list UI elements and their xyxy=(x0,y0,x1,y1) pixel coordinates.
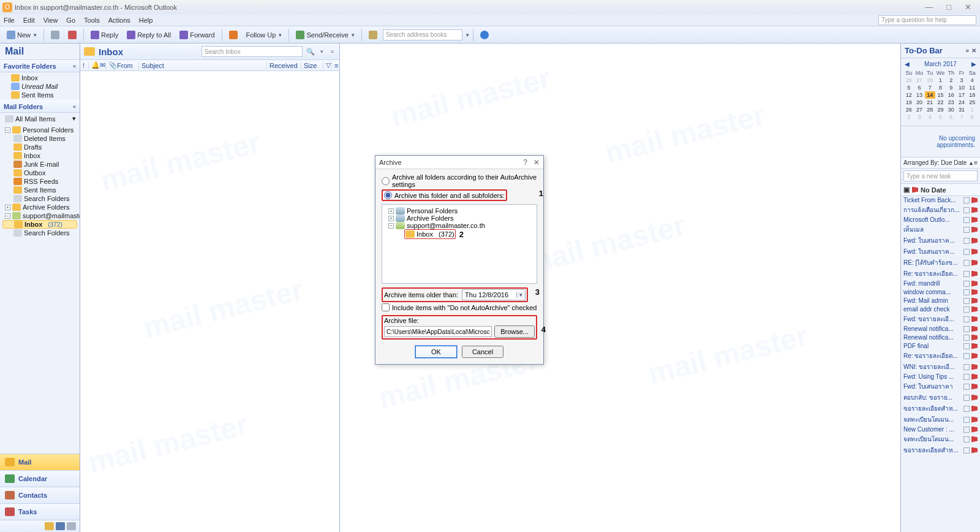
cal-prev[interactable]: ◀ xyxy=(905,61,910,67)
dialog-folder-tree[interactable]: +Personal Folders +Archive Folders −supp… xyxy=(382,204,537,284)
task-item[interactable]: Renewal notifica... xyxy=(901,325,980,333)
list-options-dropdown[interactable]: ≡ xyxy=(329,48,336,55)
col-options[interactable]: ≡ xyxy=(332,62,339,69)
col-reminder[interactable]: 🔔 xyxy=(89,61,97,69)
replyall-button[interactable]: Reply to All xyxy=(124,29,174,40)
task-checkbox[interactable] xyxy=(963,436,970,443)
new-task-input[interactable]: Type a new task xyxy=(903,170,978,181)
tree-personal-folders[interactable]: −Personal Folders xyxy=(2,126,77,134)
task-checkbox[interactable] xyxy=(963,227,970,233)
date-dropdown-icon[interactable]: ▾ xyxy=(516,292,525,298)
find-contact-button[interactable] xyxy=(366,29,380,40)
task-checkbox[interactable] xyxy=(963,384,970,390)
radio-archive-this[interactable]: Archive this folder and all subfolders: xyxy=(382,189,537,202)
task-item[interactable]: Fwd: ใบเสนอราคา xyxy=(901,381,980,392)
nav-tasks[interactable]: Tasks xyxy=(0,504,80,520)
flag-icon[interactable] xyxy=(971,374,978,380)
browse-button[interactable]: Browse... xyxy=(494,325,535,338)
tree-account-search[interactable]: Search Folders xyxy=(2,229,77,237)
flag-icon[interactable] xyxy=(971,417,978,423)
delete-button[interactable] xyxy=(65,29,80,40)
task-checkbox[interactable] xyxy=(963,343,970,349)
task-item[interactable]: Fwd: Using Tips ... xyxy=(901,373,980,381)
col-subject[interactable]: Subject xyxy=(139,62,267,69)
flag-icon[interactable] xyxy=(971,364,978,370)
flag-icon[interactable] xyxy=(971,353,978,359)
task-checkbox[interactable] xyxy=(963,197,970,203)
task-item[interactable]: window comma... xyxy=(901,288,980,297)
task-checkbox[interactable] xyxy=(963,281,970,287)
favorite-folders-header[interactable]: Favorite Folders« xyxy=(0,60,80,72)
task-checkbox[interactable] xyxy=(963,306,970,313)
flag-icon[interactable] xyxy=(971,306,978,313)
ok-button[interactable]: OK xyxy=(415,346,457,358)
flag-icon[interactable] xyxy=(971,436,978,443)
menu-edit[interactable]: Edit xyxy=(23,17,35,24)
categorize-button[interactable] xyxy=(226,29,241,40)
col-importance[interactable]: ! xyxy=(80,62,89,69)
task-checkbox[interactable] xyxy=(963,353,970,359)
older-than-date[interactable]: ▾ xyxy=(462,289,526,300)
help-search-input[interactable]: Type a question for help xyxy=(878,15,976,25)
fav-sent[interactable]: Sent Items xyxy=(2,91,77,99)
task-item[interactable]: WNI: ขอรายละเอี... xyxy=(901,362,980,373)
help-button[interactable] xyxy=(477,29,492,40)
menu-actions[interactable]: Actions xyxy=(108,17,130,24)
task-item[interactable]: ตอบกลับ: ขอราย... xyxy=(901,392,980,403)
close-button[interactable]: ✕ xyxy=(962,2,974,12)
menu-go[interactable]: Go xyxy=(66,17,75,24)
flag-icon[interactable] xyxy=(971,238,978,244)
minimize-button[interactable]: — xyxy=(922,2,935,12)
tree-account[interactable]: −support@mailmaster.co.th xyxy=(2,211,77,220)
task-checkbox[interactable] xyxy=(963,335,970,341)
task-item[interactable]: การแจ้งเตือนเกี่ยวก... xyxy=(901,205,980,216)
forward-button[interactable]: Forward xyxy=(176,29,217,40)
flag-icon[interactable] xyxy=(971,343,978,349)
task-item[interactable]: New Customer : ... xyxy=(901,425,980,434)
sendreceive-button[interactable]: Send/Receive▾ xyxy=(293,29,358,40)
task-item[interactable]: Fwd: ขอรายละเอี... xyxy=(901,314,980,325)
task-item[interactable]: Re: ขอรายละเอียด... xyxy=(901,351,980,362)
include-noarchive-checkbox[interactable]: Include items with "Do not AutoArchive" … xyxy=(382,303,537,311)
flag-icon[interactable] xyxy=(971,395,978,401)
flag-icon[interactable] xyxy=(971,197,978,203)
menu-help[interactable]: Help xyxy=(139,17,153,24)
task-checkbox[interactable] xyxy=(963,406,970,412)
arrange-by[interactable]: Arranged By: Due Date▴≡ xyxy=(901,158,980,169)
flag-icon[interactable] xyxy=(971,289,978,295)
fav-unread[interactable]: Unread Mail xyxy=(2,82,77,91)
mini-folder-icon[interactable] xyxy=(45,522,54,530)
task-item[interactable]: PDF final xyxy=(901,342,980,351)
tree-inbox[interactable]: Inbox xyxy=(2,151,77,160)
dialog-close-button[interactable]: ✕ xyxy=(533,158,540,167)
tree-search[interactable]: Search Folders xyxy=(2,194,77,203)
task-item[interactable]: Fwd: Mail admin xyxy=(901,297,980,305)
cal-next[interactable]: ▶ xyxy=(971,61,976,67)
task-checkbox[interactable] xyxy=(963,238,970,244)
flag-icon[interactable] xyxy=(971,281,978,287)
flag-icon[interactable] xyxy=(971,335,978,341)
search-dropdown[interactable]: ▾ xyxy=(466,32,469,38)
task-item[interactable]: Re: ขอรายละเอียด... xyxy=(901,268,980,279)
task-checkbox[interactable] xyxy=(963,260,970,266)
flag-icon[interactable] xyxy=(971,406,978,412)
task-item[interactable]: Fwd: ใบเสนอราค... xyxy=(901,235,980,246)
new-button[interactable]: New▾ xyxy=(4,29,40,40)
flag-icon[interactable] xyxy=(971,298,978,304)
search-inbox-input[interactable]: Search Inbox xyxy=(202,46,303,57)
flag-icon[interactable] xyxy=(971,316,978,322)
archive-file-input[interactable] xyxy=(384,326,492,337)
menu-view[interactable]: View xyxy=(43,17,58,24)
nav-contacts[interactable]: Contacts xyxy=(0,487,80,504)
flag-icon[interactable] xyxy=(971,207,978,213)
col-from[interactable]: From xyxy=(115,62,139,69)
flag-icon[interactable] xyxy=(971,384,978,390)
flag-icon[interactable] xyxy=(971,271,978,277)
dialog-tree-inbox[interactable]: Inbox (372) xyxy=(404,229,456,239)
nav-mail[interactable]: Mail xyxy=(0,454,80,471)
flag-icon[interactable] xyxy=(971,326,978,332)
task-checkbox[interactable] xyxy=(963,364,970,370)
tree-rss[interactable]: RSS Feeds xyxy=(2,177,77,186)
flag-icon[interactable] xyxy=(971,249,978,255)
task-checkbox[interactable] xyxy=(963,417,970,423)
